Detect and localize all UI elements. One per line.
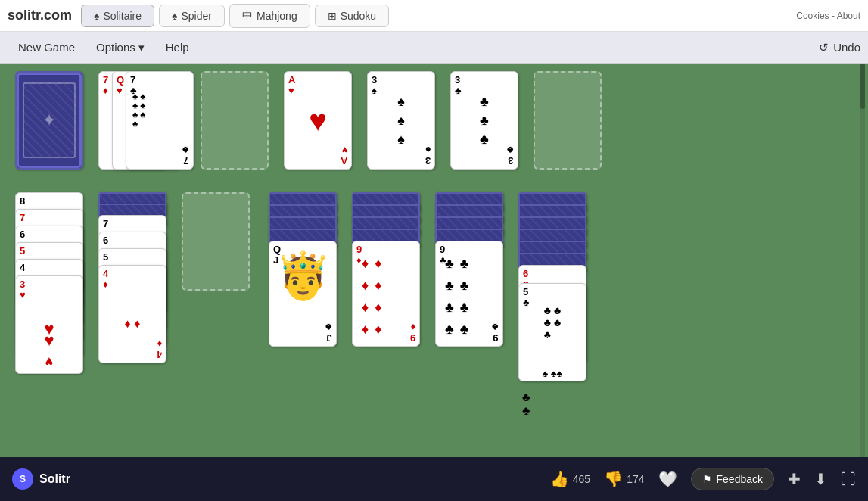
solitr-logo-icon: S [12,468,33,490]
game-area: ✦ 7♦ ♦ 7♦ Q♥ 👸 Q♥ 7♣ ♣ ♣♣ ♣♣ ♣♣ 7♣ A♥ [0,64,868,457]
undo-button[interactable]: ↺ Undo [819,41,860,54]
add-icon: ✚ [788,470,801,488]
fullscreen-action[interactable]: ⛶ [841,471,856,488]
three-clubs[interactable]: 3♣ ♣ ♣ ♣ 3♣ [450,71,518,170]
tab-spider[interactable]: ♠ Spider [159,5,225,27]
thumbs-down-count: 174 [627,473,644,485]
tab-mahjong[interactable]: 中 Mahjong [229,4,310,28]
stock-pile[interactable]: ✦ [15,71,83,170]
solitaire-icon: ♠ [94,10,99,22]
new-game-button[interactable]: New Game [8,36,86,58]
feedback-icon: ⚑ [702,473,712,485]
ace-hearts[interactable]: A♥ ♥ A♥ [284,71,352,170]
tab-solitaire[interactable]: ♠ Solitaire [81,5,154,27]
thumbs-down-action[interactable]: 👎 174 [604,470,644,488]
dropdown-arrow-icon: ▾ [138,41,145,54]
spider-icon: ♠ [172,10,177,22]
feedback-button[interactable]: ⚑ Feedback [691,468,774,490]
bottom-actions: 👍 465 👎 174 🤍 ⚑ Feedback ✚ ⬇ ⛶ [550,468,856,490]
cookies-link[interactable]: Cookies [796,11,829,21]
fullscreen-icon: ⛶ [841,471,856,488]
download-icon: ⬇ [814,470,827,488]
download-action[interactable]: ⬇ [814,470,827,488]
thumbs-up-icon: 👍 [550,470,569,488]
top-navigation: solitr.com ♠ Solitaire ♠ Spider 中 Mahjon… [0,0,868,32]
thumbs-up-action[interactable]: 👍 465 [550,470,590,488]
empty-slot-col2[interactable] [201,71,269,170]
feedback-label: Feedback [717,473,763,485]
heart-action[interactable]: 🤍 [658,470,677,488]
thumbs-down-icon: 👎 [604,470,623,488]
heart-icon: 🤍 [658,470,677,488]
about-link[interactable]: About [837,11,860,21]
undo-icon: ↺ [819,41,829,54]
empty-slot-col6-top[interactable] [534,71,602,170]
scrollbar-thumb[interactable] [860,64,865,109]
menu-bar: New Game Options ▾ Help ↺ Undo [0,32,868,64]
scrollbar-track[interactable] [860,64,865,457]
sudoku-icon: ⊞ [328,10,337,22]
empty-slot-col2-bottom[interactable] [182,192,250,291]
three-spades[interactable]: 3♠ ♠ ♠ ♠ 3♠ [367,71,435,170]
thumbs-up-count: 465 [573,473,590,485]
mahjong-icon: 中 [242,9,253,23]
bottom-logo: S Solitr [12,468,70,490]
help-button[interactable]: Help [155,36,200,58]
tab-sudoku[interactable]: ⊞ Sudoku [315,5,389,27]
bottom-bar: S Solitr 👍 465 👎 174 🤍 ⚑ Feedback ✚ ⬇ ⛶ [0,457,868,501]
top-nav-links: Cookies - About [796,11,860,21]
site-logo: solitr.com [8,8,72,23]
options-button[interactable]: Options ▾ [86,36,155,59]
add-action[interactable]: ✚ [788,470,801,488]
